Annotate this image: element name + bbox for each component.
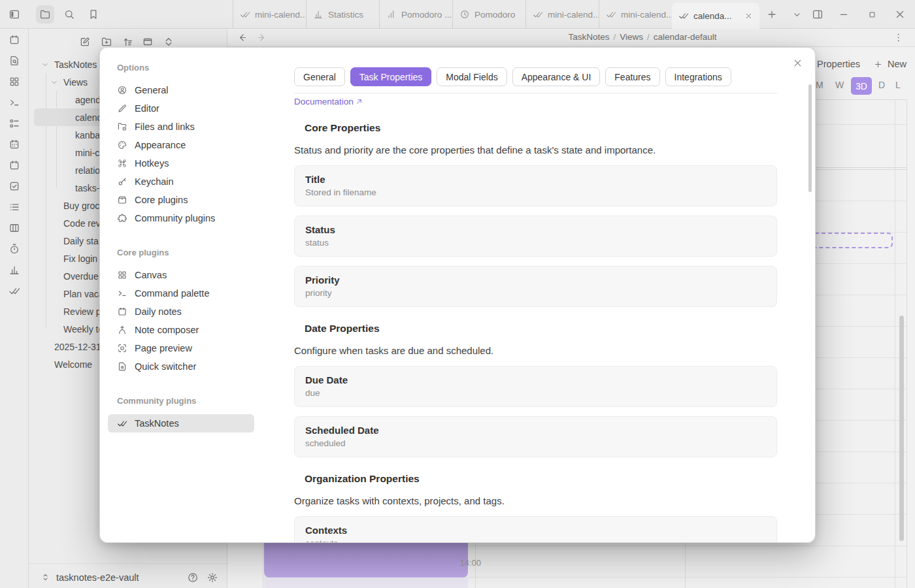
property-card-due-date[interactable]: Due Date due — [294, 366, 777, 407]
nav-item-appearance[interactable]: Appearance — [108, 136, 254, 154]
view-list-button[interactable]: L — [895, 80, 901, 90]
tree-label: agend — [75, 95, 101, 105]
nav-item-core-plugins[interactable]: Core plugins — [108, 191, 254, 209]
nav-item-daily-notes[interactable]: Daily notes — [108, 302, 254, 321]
tasknotes-check-icon — [240, 9, 250, 20]
forward-arrow-icon[interactable] — [256, 32, 267, 43]
nav-item-quick-switcher[interactable]: Quick switcher — [108, 357, 254, 376]
nav-item-keychain[interactable]: Keychain — [108, 172, 254, 191]
window-close-button[interactable] — [891, 5, 909, 24]
tab-appearance-ui[interactable]: Appearance & UI — [512, 67, 601, 86]
documentation-link[interactable]: Documentation — [294, 97, 363, 106]
command-icon — [117, 158, 127, 169]
doc-tab[interactable]: mini-calend... — [233, 0, 306, 29]
search-tab-button[interactable] — [60, 5, 78, 24]
file-search-icon[interactable] — [8, 55, 20, 67]
tab-features[interactable]: Features — [605, 67, 659, 86]
box-icon — [117, 195, 127, 205]
view-day-button[interactable]: D — [878, 80, 885, 90]
nav-section-header: Community plugins — [108, 394, 254, 408]
more-options-icon[interactable] — [893, 32, 904, 43]
nav-item-editor[interactable]: Editor — [108, 99, 254, 118]
section-title: Core Properties — [305, 122, 777, 134]
bar-chart-icon — [386, 9, 397, 20]
settings-gear-icon[interactable] — [207, 572, 218, 583]
tab-list-dropdown-button[interactable] — [788, 5, 806, 24]
terminal-icon[interactable] — [8, 97, 20, 108]
tab-integrations[interactable]: Integrations — [665, 67, 731, 86]
layout-grid-icon[interactable] — [8, 76, 20, 88]
view-month-button[interactable]: M — [816, 80, 824, 90]
view-week-button[interactable]: W — [835, 80, 844, 90]
window-maximize-button[interactable] — [863, 5, 881, 24]
doc-tab[interactable]: mini-calend... — [599, 0, 672, 29]
property-card-status[interactable]: Status status — [294, 216, 777, 257]
bar-chart-icon — [313, 9, 324, 20]
calendar-icon[interactable] — [8, 34, 20, 46]
toggle-right-sidebar-button[interactable] — [808, 5, 827, 24]
window-minimize-button[interactable] — [835, 5, 853, 24]
nav-item-note-composer[interactable]: Note composer — [108, 321, 254, 339]
nav-item-community-plugins[interactable]: Community plugins — [108, 209, 254, 227]
up-down-chevrons-icon — [41, 572, 50, 582]
modal-scrollbar[interactable] — [808, 84, 812, 192]
tree-label: calend — [75, 112, 102, 123]
settings-tab-bar: General Task Properties Modal Fields App… — [294, 67, 777, 86]
property-card-priority[interactable]: Priority priority — [294, 266, 777, 307]
property-card-scheduled-date[interactable]: Scheduled Date scheduled — [294, 416, 777, 457]
tab-label: Statistics — [328, 10, 363, 20]
tree-label: tasks- — [75, 183, 99, 193]
nav-item-general[interactable]: General — [108, 81, 254, 99]
title-bar: mini-calend... Statistics Pomodoro ... P… — [0, 0, 915, 29]
property-card-contexts[interactable]: Contexts contexts — [294, 516, 777, 543]
toggle-left-sidebar-button[interactable] — [5, 5, 24, 24]
double-check-icon[interactable] — [8, 285, 20, 297]
new-task-button[interactable]: New — [873, 55, 907, 73]
section-description: Configure when tasks are due and schedul… — [294, 345, 777, 356]
help-icon[interactable] — [187, 572, 199, 583]
tab-task-properties[interactable]: Task Properties — [350, 67, 431, 86]
doc-tab[interactable]: Pomodoro ... — [379, 0, 452, 29]
section-description: Organize tasks with contexts, projects, … — [294, 495, 777, 506]
breadcrumb-item[interactable]: TaskNotes — [568, 32, 609, 42]
folder-link-icon — [117, 122, 127, 132]
nav-item-command-palette[interactable]: Command palette — [108, 284, 254, 302]
tab-general[interactable]: General — [294, 67, 345, 86]
tab-label: Pomodoro ... — [401, 10, 452, 20]
close-tab-icon[interactable] — [744, 12, 753, 20]
vault-switcher[interactable]: tasknotes-e2e-vault — [29, 563, 227, 588]
doc-tab[interactable]: Statistics — [306, 0, 379, 29]
calendar-days-icon[interactable] — [8, 139, 20, 150]
bookmarks-tab-button[interactable] — [84, 5, 103, 24]
list-boxes-icon[interactable] — [8, 118, 20, 129]
nav-item-page-preview[interactable]: Page preview — [108, 339, 254, 357]
settings-nav: Options General Editor Files and links A… — [100, 48, 262, 543]
bar-chart-icon[interactable] — [8, 264, 20, 276]
calendar-scrollbar[interactable] — [899, 316, 904, 541]
back-arrow-icon[interactable] — [237, 32, 248, 43]
doc-tab-active[interactable]: calenda... — [672, 3, 759, 29]
doc-tab[interactable]: Pomodoro — [452, 0, 525, 29]
columns-icon[interactable] — [8, 222, 20, 234]
breadcrumb-item[interactable]: calendar-default — [654, 32, 717, 42]
timer-icon[interactable] — [8, 243, 20, 255]
check-square-icon[interactable] — [8, 180, 20, 192]
new-note-button[interactable] — [76, 33, 93, 50]
doc-tab[interactable]: mini-calend... — [525, 0, 599, 29]
list-icon[interactable] — [8, 201, 20, 213]
property-card-title[interactable]: Title Stored in filename — [294, 165, 777, 206]
nav-item-hotkeys[interactable]: Hotkeys — [108, 154, 254, 172]
calendar-icon[interactable] — [8, 159, 20, 171]
nav-item-files-and-links[interactable]: Files and links — [108, 118, 254, 136]
nav-item-canvas[interactable]: Canvas — [108, 266, 254, 284]
view-3day-button-active[interactable]: 3D — [851, 77, 872, 95]
tab-label: mini-calend... — [255, 10, 306, 20]
new-tab-button[interactable] — [763, 5, 781, 24]
tree-label: Review p — [63, 306, 101, 317]
tab-label: calenda... — [693, 11, 732, 21]
calendar-icon — [117, 306, 127, 317]
nav-item-tasknotes[interactable]: TaskNotes — [108, 414, 254, 433]
breadcrumb-item[interactable]: Views — [620, 32, 643, 42]
tab-modal-fields[interactable]: Modal Fields — [437, 67, 507, 86]
files-tab-button[interactable] — [36, 5, 54, 24]
